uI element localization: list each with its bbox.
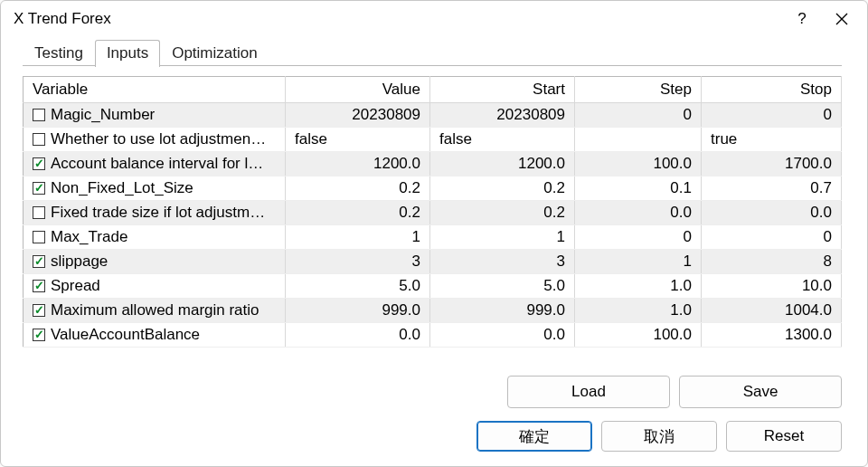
stop-cell[interactable]: 0 <box>702 225 842 250</box>
variable-name: Magic_Number <box>51 106 268 124</box>
tab-bar: Testing Inputs Optimization <box>23 39 842 66</box>
value-cell[interactable]: 0.2 <box>286 176 430 201</box>
optimize-checkbox[interactable] <box>33 206 45 219</box>
table-row[interactable]: Magic_Number202308092023080900 <box>24 103 842 128</box>
stop-cell[interactable]: 1004.0 <box>702 299 842 323</box>
variable-name: Non_Fixed_Lot_Size <box>51 179 268 197</box>
start-cell[interactable]: 1 <box>430 225 575 250</box>
variable-cell[interactable]: Magic_Number <box>24 103 286 128</box>
stop-cell[interactable]: 1300.0 <box>702 323 842 348</box>
step-cell[interactable]: 0.1 <box>575 176 702 201</box>
start-cell[interactable]: 3 <box>430 250 575 274</box>
save-button[interactable]: Save <box>679 376 842 408</box>
start-cell[interactable]: 5.0 <box>430 274 575 299</box>
optimize-checkbox[interactable] <box>33 133 45 146</box>
tab-optimization[interactable]: Optimization <box>160 40 269 67</box>
value-cell[interactable]: 1 <box>286 225 430 250</box>
optimize-checkbox[interactable] <box>33 157 45 170</box>
col-variable[interactable]: Variable <box>24 77 286 103</box>
col-stop[interactable]: Stop <box>702 77 842 103</box>
variable-name: Whether to use lot adjustment ... <box>51 130 268 148</box>
value-cell[interactable]: 1200.0 <box>286 152 430 176</box>
stop-cell[interactable]: 0.0 <box>702 201 842 225</box>
step-cell[interactable] <box>575 128 702 152</box>
stop-cell[interactable]: 8 <box>702 250 842 274</box>
variable-cell[interactable]: Maximum allowed margin ratio <box>24 299 286 323</box>
value-cell[interactable]: false <box>286 128 430 152</box>
stop-cell[interactable]: 0 <box>702 103 842 128</box>
table-row[interactable]: Spread5.05.01.010.0 <box>24 274 842 299</box>
step-cell[interactable]: 0 <box>575 103 702 128</box>
help-icon: ? <box>797 10 806 28</box>
table-row[interactable]: Fixed trade size if lot adjustmen...0.20… <box>24 201 842 225</box>
step-cell[interactable]: 100.0 <box>575 323 702 348</box>
grid-wrap: Variable Value Start Step Stop Magic_Num… <box>23 76 842 359</box>
col-start[interactable]: Start <box>430 77 575 103</box>
variable-cell[interactable]: Non_Fixed_Lot_Size <box>24 176 286 201</box>
value-cell[interactable]: 0.0 <box>286 323 430 348</box>
optimize-checkbox[interactable] <box>33 109 45 121</box>
step-cell[interactable]: 1.0 <box>575 299 702 323</box>
close-icon <box>835 13 848 25</box>
optimize-checkbox[interactable] <box>33 231 45 243</box>
start-cell[interactable]: 1200.0 <box>430 152 575 176</box>
cancel-button[interactable]: 取消 <box>601 421 717 452</box>
variable-cell[interactable]: slippage <box>24 250 286 274</box>
close-button[interactable] <box>822 5 862 33</box>
optimize-checkbox[interactable] <box>33 329 45 341</box>
stop-cell[interactable]: 10.0 <box>702 274 842 299</box>
tab-testing[interactable]: Testing <box>23 40 95 67</box>
table-row[interactable]: Whether to use lot adjustment ...falsefa… <box>24 128 842 152</box>
value-cell[interactable]: 3 <box>286 250 430 274</box>
start-cell[interactable]: 0.2 <box>430 176 575 201</box>
start-cell[interactable]: false <box>430 128 575 152</box>
table-row[interactable]: slippage3318 <box>24 250 842 274</box>
start-cell[interactable]: 999.0 <box>430 299 575 323</box>
variable-cell[interactable]: Spread <box>24 274 286 299</box>
stop-cell[interactable]: true <box>702 128 842 152</box>
table-row[interactable]: Account balance interval for lot ...1200… <box>24 152 842 176</box>
stop-cell[interactable]: 0.7 <box>702 176 842 201</box>
variable-cell[interactable]: Max_Trade <box>24 225 286 250</box>
step-cell[interactable]: 1.0 <box>575 274 702 299</box>
ok-cancel-row: 確定 取消 Reset <box>23 421 842 452</box>
optimize-checkbox[interactable] <box>33 280 45 292</box>
optimize-checkbox[interactable] <box>33 255 45 268</box>
start-cell[interactable]: 0.2 <box>430 201 575 225</box>
reset-button[interactable]: Reset <box>726 421 842 452</box>
variable-name: Spread <box>51 277 268 295</box>
value-cell[interactable]: 5.0 <box>286 274 430 299</box>
variable-name: Account balance interval for lot ... <box>51 155 268 173</box>
table-row[interactable]: Max_Trade1100 <box>24 225 842 250</box>
variable-cell[interactable]: Whether to use lot adjustment ... <box>24 128 286 152</box>
optimize-checkbox[interactable] <box>33 182 45 195</box>
window-title: X Trend Forex <box>14 10 782 28</box>
value-cell[interactable]: 0.2 <box>286 201 430 225</box>
stop-cell[interactable]: 1700.0 <box>702 152 842 176</box>
variable-name: Fixed trade size if lot adjustmen... <box>51 204 268 222</box>
col-value[interactable]: Value <box>286 77 430 103</box>
variable-cell[interactable]: Fixed trade size if lot adjustmen... <box>24 201 286 225</box>
table-row[interactable]: Maximum allowed margin ratio999.0999.01.… <box>24 299 842 323</box>
variable-cell[interactable]: ValueAccountBalance <box>24 323 286 348</box>
titlebar: X Trend Forex ? <box>1 1 867 37</box>
load-save-row: Load Save <box>23 376 842 408</box>
optimize-checkbox[interactable] <box>33 304 45 317</box>
col-step[interactable]: Step <box>575 77 702 103</box>
ok-button[interactable]: 確定 <box>476 421 592 452</box>
load-button[interactable]: Load <box>507 376 670 408</box>
step-cell[interactable]: 100.0 <box>575 152 702 176</box>
tab-inputs[interactable]: Inputs <box>95 40 160 67</box>
table-row[interactable]: Non_Fixed_Lot_Size0.20.20.10.7 <box>24 176 842 201</box>
start-cell[interactable]: 20230809 <box>430 103 575 128</box>
step-cell[interactable]: 0 <box>575 225 702 250</box>
start-cell[interactable]: 0.0 <box>430 323 575 348</box>
step-cell[interactable]: 0.0 <box>575 201 702 225</box>
value-cell[interactable]: 999.0 <box>286 299 430 323</box>
variable-name: Max_Trade <box>51 228 268 246</box>
help-button[interactable]: ? <box>782 5 822 33</box>
variable-cell[interactable]: Account balance interval for lot ... <box>24 152 286 176</box>
table-row[interactable]: ValueAccountBalance0.00.0100.01300.0 <box>24 323 842 348</box>
step-cell[interactable]: 1 <box>575 250 702 274</box>
value-cell[interactable]: 20230809 <box>286 103 430 128</box>
